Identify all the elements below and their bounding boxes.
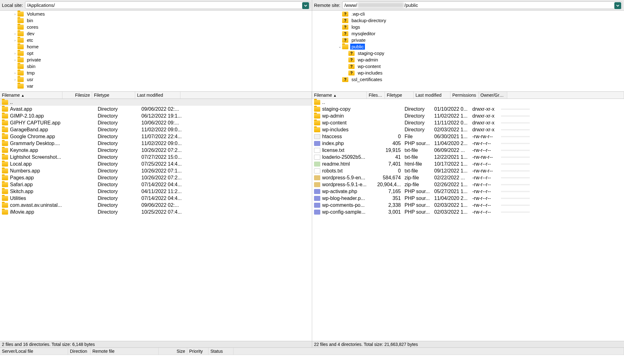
remote-list-header[interactable]: Filename▲ Filesize Filetype Last modifie… bbox=[312, 92, 624, 99]
file-size bbox=[92, 143, 96, 144]
tree-item[interactable]: sbin bbox=[0, 63, 312, 70]
list-row[interactable]: loaderio-25092b5...41txt-file12/22/2021 … bbox=[312, 154, 624, 161]
list-row[interactable]: Numbers.appDirectory10/26/2022 07:1... bbox=[0, 167, 312, 174]
tree-item[interactable]: ›etc bbox=[0, 37, 312, 43]
list-row[interactable]: license.txt19,915txt-file06/09/2022 ...-… bbox=[312, 147, 624, 154]
list-row[interactable]: Keynote.appDirectory10/26/2022 07:2... bbox=[0, 147, 312, 154]
tree-item[interactable]: private bbox=[312, 37, 624, 43]
tree-item[interactable]: logs bbox=[312, 24, 624, 30]
tree-item[interactable]: ›Volumes bbox=[0, 11, 312, 17]
list-row-updir[interactable]: .. bbox=[0, 99, 312, 106]
tree-item-label: wp-content bbox=[356, 63, 382, 69]
file-type: Directory bbox=[403, 106, 432, 113]
chevron-right-icon[interactable]: › bbox=[12, 58, 17, 62]
chevron-right-icon[interactable]: › bbox=[12, 12, 17, 16]
folder-icon bbox=[2, 155, 8, 160]
file-modified: 11/02/2022 09:0... bbox=[140, 140, 186, 147]
tree-item[interactable]: cores bbox=[0, 24, 312, 30]
tree-item[interactable]: mysqleditor bbox=[312, 30, 624, 37]
file-type: Directory bbox=[96, 113, 140, 119]
file-size: 3,001 bbox=[375, 209, 403, 216]
local-list-header[interactable]: Filename▲ Filesize Filetype Last modifie… bbox=[0, 92, 312, 99]
file-permissions: -rw-r--r-- bbox=[470, 181, 501, 188]
tree-item[interactable]: wp-content bbox=[312, 63, 624, 70]
list-row[interactable]: Local.appDirectory07/25/2022 14:4... bbox=[0, 161, 312, 167]
list-row[interactable]: Skitch.appDirectory04/11/2022 11:2... bbox=[0, 188, 312, 195]
list-row[interactable]: robots.txt0txt-file09/12/2022 1...-rw-rw… bbox=[312, 167, 624, 174]
file-modified: 12/22/2021 1... bbox=[432, 154, 470, 161]
folder-icon bbox=[2, 114, 8, 119]
list-row[interactable]: Lightshot Screenshot...Directory07/27/20… bbox=[0, 154, 312, 161]
list-row[interactable]: Avast.appDirectory09/06/2022 02:... bbox=[0, 106, 312, 113]
chevron-right-icon[interactable]: › bbox=[12, 78, 17, 81]
list-row[interactable]: GIMP-2.10.appDirectory06/12/2022 19:1... bbox=[0, 113, 312, 119]
chevron-right-icon[interactable]: › bbox=[12, 51, 17, 55]
list-row[interactable]: Grammarly Desktop....Directory11/02/2022… bbox=[0, 140, 312, 147]
list-row-updir[interactable]: .. bbox=[312, 99, 624, 106]
file-permissions: -rw-r--r-- bbox=[470, 188, 501, 195]
local-directory-tree[interactable]: ›Volumesbincores›dev›etchome›opt›private… bbox=[0, 11, 312, 92]
file-type: Directory bbox=[96, 140, 140, 147]
remote-path-input[interactable]: /www/xxxxxxxxx/public bbox=[342, 1, 622, 9]
col-direction: Direction bbox=[68, 348, 91, 355]
tree-item[interactable]: ›private bbox=[0, 56, 312, 63]
list-row[interactable]: wp-blog-header.p...351PHP sour...11/04/2… bbox=[312, 195, 624, 202]
remote-path-dropdown-button[interactable] bbox=[614, 2, 621, 9]
list-row[interactable]: index.php405PHP sour...11/04/2020 2...-r… bbox=[312, 140, 624, 147]
tree-item[interactable]: staging-copy bbox=[312, 50, 624, 56]
tree-item[interactable]: ›usr bbox=[0, 76, 312, 83]
remote-file-list[interactable]: Filename▲ Filesize Filetype Last modifie… bbox=[312, 92, 624, 341]
chevron-right-icon[interactable]: › bbox=[12, 32, 17, 36]
tree-item[interactable]: bin bbox=[0, 17, 312, 24]
list-row[interactable]: GIPHY CAPTURE.appDirectory10/06/2022 09:… bbox=[0, 119, 312, 126]
list-row[interactable]: wordpress-5.9.1-e...20,904,4...zip-file0… bbox=[312, 181, 624, 188]
tree-item[interactable]: ›tmp bbox=[0, 70, 312, 76]
remote-directory-tree[interactable]: .wp-clibackup-directorylogsmysqleditorpr… bbox=[312, 11, 624, 92]
queue-header[interactable]: Server/Local file Direction Remote file … bbox=[0, 348, 624, 355]
list-row[interactable]: htaccess0File06/30/2021 1...-rw-rw-r-- bbox=[312, 133, 624, 140]
file-permissions: drwxr-xr-x bbox=[470, 119, 501, 126]
queue-body[interactable] bbox=[0, 355, 624, 364]
chevron-right-icon[interactable]: › bbox=[12, 38, 17, 42]
chevron-down-icon[interactable]: ⌄ bbox=[337, 45, 342, 49]
list-row[interactable]: Safari.appDirectory07/14/2022 04:4... bbox=[0, 181, 312, 188]
tree-item[interactable]: ›opt bbox=[0, 50, 312, 56]
file-name: Keynote.app bbox=[10, 148, 38, 153]
tree-item[interactable]: ›dev bbox=[0, 30, 312, 37]
list-row[interactable]: readme.html7,401html-file10/17/2022 1...… bbox=[312, 161, 624, 167]
local-path-input[interactable] bbox=[25, 1, 310, 9]
tree-item[interactable]: backup-directory bbox=[312, 17, 624, 24]
tree-item[interactable]: wp-admin bbox=[312, 56, 624, 63]
file-permissions: drwxr-xr-x bbox=[470, 113, 501, 119]
list-row[interactable]: Pages.appDirectory10/26/2022 07:2... bbox=[0, 174, 312, 181]
list-row[interactable]: GarageBand.appDirectory11/02/2022 09:0..… bbox=[0, 126, 312, 133]
list-row[interactable]: Google Chrome.appDirectory11/07/2022 22:… bbox=[0, 133, 312, 140]
list-row[interactable]: wp-adminDirectory11/02/2022 1...drwxr-xr… bbox=[312, 113, 624, 119]
tree-item[interactable]: var bbox=[0, 83, 312, 89]
list-row[interactable]: com.avast.av.uninstal...Directory09/06/2… bbox=[0, 202, 312, 209]
file-modified: 07/14/2022 04:4... bbox=[140, 195, 186, 202]
list-row[interactable]: iMovie.appDirectory10/25/2022 07:4... bbox=[0, 209, 312, 216]
file-type: PHP sour... bbox=[403, 188, 432, 195]
tree-item[interactable]: wp-includes bbox=[312, 70, 624, 76]
col-filesize: Filesize bbox=[367, 92, 385, 99]
list-row[interactable]: UtilitiesDirectory07/14/2022 04:4... bbox=[0, 195, 312, 202]
list-row[interactable]: staging-copyDirectory01/10/2022 0...drwx… bbox=[312, 106, 624, 113]
list-row[interactable]: wordpress-5.9-en...584,674zip-file02/22/… bbox=[312, 174, 624, 181]
col-modified: Last modified bbox=[414, 92, 450, 99]
local-file-list[interactable]: Filename▲ Filesize Filetype Last modifie… bbox=[0, 92, 312, 341]
list-row[interactable]: wp-config-sample...3,001PHP sour...02/03… bbox=[312, 209, 624, 216]
file-modified: 10/17/2022 1... bbox=[432, 161, 470, 167]
list-row[interactable]: wp-includesDirectory02/03/2022 1...drwxr… bbox=[312, 126, 624, 133]
local-path-dropdown-button[interactable] bbox=[302, 2, 309, 9]
list-row[interactable]: wp-comments-po...2,338PHP sour...02/03/2… bbox=[312, 202, 624, 209]
tree-item[interactable]: ssl_certificates bbox=[312, 76, 624, 83]
tree-item[interactable]: .wp-cli bbox=[312, 11, 624, 17]
list-row[interactable]: wp-activate.php7,165PHP sour...05/27/202… bbox=[312, 188, 624, 195]
tree-item[interactable]: home bbox=[0, 43, 312, 50]
chevron-right-icon[interactable]: › bbox=[12, 71, 17, 75]
col-status: Status bbox=[209, 348, 233, 355]
tree-item[interactable]: ⌄public bbox=[312, 43, 624, 50]
file-icon bbox=[314, 210, 320, 215]
list-row[interactable]: wp-contentDirectory11/11/2022 0...drwxr-… bbox=[312, 119, 624, 126]
